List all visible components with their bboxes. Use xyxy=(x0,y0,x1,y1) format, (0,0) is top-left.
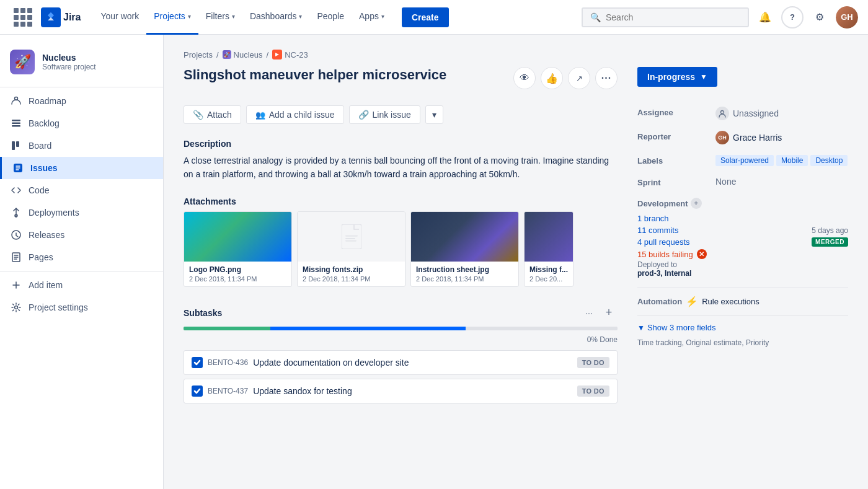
share-button[interactable]: ↗ xyxy=(568,67,590,89)
progress-bar-green xyxy=(184,327,270,330)
breadcrumb-sep2: / xyxy=(267,50,269,59)
like-button[interactable]: 👍 xyxy=(541,67,563,89)
attachment-partial[interactable]: Missing f... 2 Dec 20... xyxy=(524,211,574,287)
create-button[interactable]: Create xyxy=(402,7,449,27)
dev-builds-info: 15 builds failing ✕ Deployed to prod-3, … xyxy=(637,249,707,278)
topnav-right: 🔍 🔔 ? ⚙ GH xyxy=(582,6,858,29)
dev-pull-requests-link[interactable]: 4 pull requests xyxy=(637,237,690,247)
svg-point-14 xyxy=(721,111,724,114)
user-avatar-button[interactable]: GH xyxy=(836,6,858,29)
attachment-info-4: Missing f... 2 Dec 20... xyxy=(525,262,573,286)
dev-pull-requests-row: 4 pull requests MERGED xyxy=(637,237,848,247)
sidebar-item-deployments[interactable]: Deployments xyxy=(0,201,163,224)
link-issue-button[interactable]: 🔗 Link issue xyxy=(349,105,420,124)
breadcrumb-nucleus[interactable]: 🚀 Nucleus xyxy=(223,50,263,59)
reporter-value[interactable]: GH Grace Harris xyxy=(715,131,848,144)
label-solar-powered[interactable]: Solar-powered xyxy=(715,155,774,166)
development-add-button[interactable]: + xyxy=(691,198,702,209)
dev-builds-link[interactable]: 15 builds failing xyxy=(637,250,693,259)
subtask-row-1[interactable]: BENTO-437 Update sandox for testing TO D… xyxy=(184,379,618,403)
label-mobile[interactable]: Mobile xyxy=(776,155,808,166)
progress-label: 0% Done xyxy=(184,335,618,344)
jira-logo[interactable]: Jira xyxy=(41,7,81,27)
attachment-instruction-sheet[interactable]: Instruction sheet.jpg 2 Dec 2018, 11:34 … xyxy=(410,211,519,287)
field-reporter: Reporter GH Grace Harris xyxy=(637,126,848,150)
app-grid-button[interactable] xyxy=(10,4,36,30)
project-type: Software project xyxy=(42,63,96,71)
add-child-issue-button[interactable]: 👥 Add a child issue xyxy=(246,105,344,124)
watch-button[interactable]: 👁 xyxy=(513,67,536,89)
attachment-name-3: Instruction sheet.jpg xyxy=(416,265,513,274)
pages-icon xyxy=(10,251,22,263)
assignee-label: Assignee xyxy=(637,107,706,117)
sidebar-item-releases[interactable]: Releases xyxy=(0,224,163,246)
nav-dashboards[interactable]: Dashboards ▾ xyxy=(242,0,310,35)
attach-button[interactable]: 📎 Attach xyxy=(184,105,241,124)
link-icon: 🔗 xyxy=(358,110,369,120)
roadmap-label: Roadmap xyxy=(29,96,66,106)
issue-title: Slingshot maneuver helper microservice xyxy=(184,67,446,83)
nav-your-work[interactable]: Your work xyxy=(93,0,146,35)
sidebar-item-project-settings[interactable]: Project settings xyxy=(0,296,163,319)
attachment-logo-png[interactable]: Logo PNG.png 2 Dec 2018, 11:34 PM xyxy=(184,211,292,287)
settings-button[interactable]: ⚙ xyxy=(808,6,831,29)
subtasks-add-button[interactable]: + xyxy=(600,304,618,322)
attach-icon: 📎 xyxy=(193,110,203,120)
sidebar-item-roadmap[interactable]: Roadmap xyxy=(0,90,163,112)
attachment-missing-fonts[interactable]: Missing fonts.zip 2 Dec 2018, 11:34 PM xyxy=(297,211,405,287)
subtask-row-0[interactable]: BENTO-436 Update documentation on develo… xyxy=(184,350,618,375)
nc-badge-icon xyxy=(272,50,282,59)
subtask-left-1: BENTO-437 Update sandox for testing xyxy=(192,385,352,397)
nav-apps[interactable]: Apps ▾ xyxy=(352,0,392,35)
share-icon: ↗ xyxy=(576,74,583,83)
subtask-left-0: BENTO-436 Update documentation on develo… xyxy=(192,357,409,368)
sidebar-project[interactable]: 🚀 Nucleus Software project xyxy=(0,45,163,84)
label-desktop[interactable]: Desktop xyxy=(810,155,848,166)
two-col-layout: Slingshot maneuver helper microservice 👁… xyxy=(184,67,848,407)
sidebar-item-board[interactable]: Board xyxy=(0,134,163,157)
nav-people[interactable]: People xyxy=(309,0,352,35)
page-header: Slingshot maneuver helper microservice 👁… xyxy=(184,67,618,93)
dev-branch-row: 1 branch xyxy=(637,214,848,223)
subtasks-actions: ··· + xyxy=(580,304,618,322)
sprint-value[interactable]: None xyxy=(715,177,848,187)
dev-branch-link[interactable]: 1 branch xyxy=(637,214,669,223)
breadcrumb-issue[interactable]: NC-23 xyxy=(272,50,308,59)
attachments-grid: Logo PNG.png 2 Dec 2018, 11:34 PM Missin… xyxy=(184,211,618,287)
subtask-title-0: Update documentation on developer site xyxy=(253,358,409,368)
more-options-button[interactable]: ··· xyxy=(595,67,618,89)
sidebar-item-issues[interactable]: Issues xyxy=(0,157,163,179)
project-info: Nucleus Software project xyxy=(42,53,96,71)
subtask-id-1: BENTO-437 xyxy=(208,387,248,395)
attachment-date-3: 2 Dec 2018, 11:34 PM xyxy=(416,275,513,283)
assignee-value[interactable]: Unassigned xyxy=(715,107,848,120)
show-more-fields-button[interactable]: ▼ Show 3 more fields xyxy=(637,318,848,337)
help-button[interactable]: ? xyxy=(781,6,804,29)
breadcrumb: Projects / 🚀 Nucleus / NC-23 xyxy=(184,50,848,59)
development-header: Development + xyxy=(637,198,848,209)
reporter-avatar: GH xyxy=(715,131,729,144)
breadcrumb-projects[interactable]: Projects xyxy=(184,50,213,59)
subtasks-more-button[interactable]: ··· xyxy=(580,304,598,322)
projects-chevron-icon: ▾ xyxy=(188,13,191,20)
sidebar-item-pages[interactable]: Pages xyxy=(0,246,163,268)
nav-projects[interactable]: Projects ▾ xyxy=(146,0,198,35)
lightning-icon: ⚡ xyxy=(686,296,698,307)
rule-executions-link[interactable]: Rule executions xyxy=(702,297,760,306)
search-box[interactable]: 🔍 xyxy=(582,7,749,27)
dev-commits-link[interactable]: 11 commits xyxy=(637,226,678,235)
nav-filters[interactable]: Filters ▾ xyxy=(198,0,242,35)
more-actions-button[interactable]: ▾ xyxy=(425,105,443,124)
progress-bar xyxy=(184,327,618,330)
sidebar-item-backlog[interactable]: Backlog xyxy=(0,112,163,134)
backlog-icon xyxy=(10,117,22,130)
sidebar-item-code[interactable]: Code xyxy=(0,179,163,201)
add-child-icon: 👥 xyxy=(255,110,265,120)
description-title: Description xyxy=(184,139,618,149)
code-label: Code xyxy=(29,185,49,195)
svg-rect-3 xyxy=(12,125,20,127)
search-input[interactable] xyxy=(606,12,740,22)
sidebar-item-add-item[interactable]: Add item xyxy=(0,274,163,296)
status-button[interactable]: In-progress ▼ xyxy=(637,67,717,87)
notifications-button[interactable]: 🔔 xyxy=(754,6,776,29)
